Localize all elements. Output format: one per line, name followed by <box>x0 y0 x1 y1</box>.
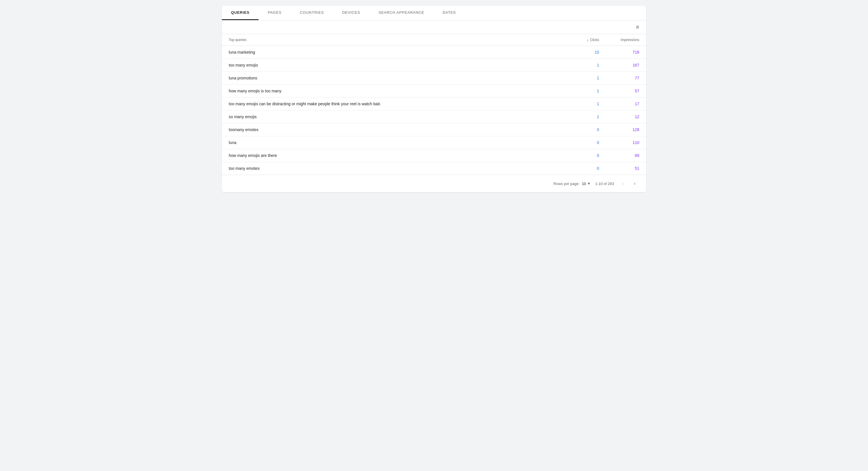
rows-per-page: Rows per page: 10 ▼ <box>554 182 590 186</box>
header-impressions: Impressions <box>599 38 639 42</box>
row-impressions: 167 <box>599 63 639 67</box>
row-query: too many emojis <box>229 63 559 67</box>
tab-devices[interactable]: DEVICES <box>333 6 370 20</box>
pagination-info: 1-10 of 283 <box>595 182 614 186</box>
row-clicks: 15 <box>559 50 599 55</box>
row-query: so many emojis <box>229 114 559 119</box>
chevron-down-icon: ▼ <box>587 182 590 185</box>
pagination-row: Rows per page: 10 ▼ 1-10 of 283 ‹ › <box>222 175 646 192</box>
row-query: luna promotions <box>229 76 559 80</box>
row-query: how many emojis are there <box>229 153 559 158</box>
row-impressions: 128 <box>599 127 639 132</box>
filter-icon[interactable]: ≡ <box>636 24 639 30</box>
sort-arrow-icon[interactable]: ↓ <box>587 37 589 42</box>
table-row: toomany emotes 0 128 <box>222 123 646 136</box>
tab-queries[interactable]: QUERIES <box>222 6 258 20</box>
tab-pages[interactable]: PAGES <box>258 6 291 20</box>
pagination-nav: ‹ › <box>619 179 639 188</box>
row-clicks: 1 <box>559 89 599 93</box>
row-clicks: 0 <box>559 166 599 171</box>
row-impressions: 51 <box>599 166 639 171</box>
row-impressions: 77 <box>599 76 639 80</box>
row-clicks: 0 <box>559 153 599 158</box>
table-row: luna marketing 15 718 <box>222 46 646 59</box>
row-clicks: 1 <box>559 63 599 67</box>
table-row: how many emojis are there 0 69 <box>222 149 646 162</box>
row-query: luna <box>229 140 559 145</box>
table-header: Top queries ↓ Clicks Impressions <box>222 34 646 46</box>
table-row: too many emotes 0 51 <box>222 162 646 175</box>
rows-per-page-value: 10 <box>582 182 586 186</box>
row-clicks: 1 <box>559 114 599 119</box>
tab-search-appearance[interactable]: SEARCH APPEARANCE <box>369 6 433 20</box>
table-row: luna promotions 1 77 <box>222 72 646 85</box>
table-row: too many emojis can be distracting or mi… <box>222 97 646 111</box>
row-impressions: 12 <box>599 114 639 119</box>
main-card: QUERIES PAGES COUNTRIES DEVICES SEARCH A… <box>222 6 646 192</box>
row-clicks: 0 <box>559 127 599 132</box>
row-impressions: 69 <box>599 153 639 158</box>
row-query: how many emojis is too many <box>229 89 559 93</box>
rows-per-page-label: Rows per page: <box>554 182 580 186</box>
rows-per-page-select[interactable]: 10 ▼ <box>582 182 590 186</box>
table-row: how many emojis is too many 1 57 <box>222 85 646 97</box>
row-impressions: 110 <box>599 140 639 145</box>
row-query: too many emotes <box>229 166 559 171</box>
table-row: so many emojis 1 12 <box>222 111 646 123</box>
queries-table: Top queries ↓ Clicks Impressions luna ma… <box>222 34 646 175</box>
row-impressions: 718 <box>599 50 639 55</box>
row-clicks: 1 <box>559 76 599 80</box>
tab-dates[interactable]: DATES <box>433 6 465 20</box>
table-row: luna 0 110 <box>222 136 646 149</box>
filter-row: ≡ <box>222 20 646 34</box>
header-query: Top queries <box>229 38 559 42</box>
row-query: luna marketing <box>229 50 559 55</box>
header-clicks: ↓ Clicks <box>559 37 599 42</box>
row-query: too many emojis can be distracting or mi… <box>229 101 559 106</box>
row-clicks: 1 <box>559 101 599 106</box>
next-page-button[interactable]: › <box>630 179 639 188</box>
tabs-bar: QUERIES PAGES COUNTRIES DEVICES SEARCH A… <box>222 6 646 20</box>
row-clicks: 0 <box>559 140 599 145</box>
table-row: too many emojis 1 167 <box>222 59 646 72</box>
row-query: toomany emotes <box>229 127 559 132</box>
row-impressions: 57 <box>599 89 639 93</box>
prev-page-button[interactable]: ‹ <box>619 179 628 188</box>
tab-countries[interactable]: COUNTRIES <box>291 6 333 20</box>
row-impressions: 17 <box>599 101 639 106</box>
